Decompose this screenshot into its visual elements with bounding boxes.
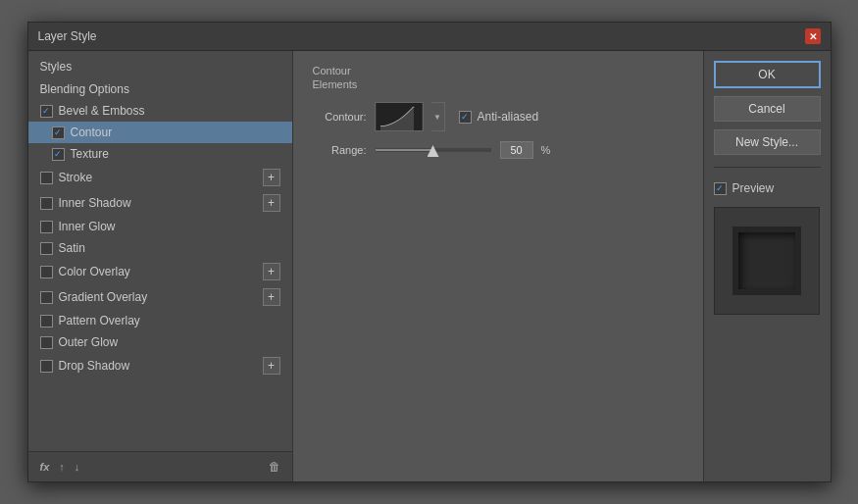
contour-checkbox[interactable] bbox=[52, 126, 65, 139]
dialog-title: Layer Style bbox=[38, 29, 97, 43]
stroke-label: Stroke bbox=[59, 171, 93, 184]
contour-label: Contour bbox=[71, 126, 113, 139]
color-overlay-checkbox[interactable] bbox=[40, 266, 53, 278]
sidebar-item-stroke[interactable]: Stroke + bbox=[28, 165, 292, 190]
contour-section-title: Contour bbox=[313, 65, 683, 76]
blending-label: Blending Options bbox=[40, 82, 129, 96]
outer-glow-checkbox[interactable] bbox=[40, 336, 53, 349]
sidebar-item-satin[interactable]: Satin bbox=[28, 237, 292, 259]
contour-subsection: Elements bbox=[313, 78, 683, 90]
gradient-overlay-add-button[interactable]: + bbox=[263, 288, 280, 306]
delete-icon[interactable]: 🗑 bbox=[269, 460, 280, 474]
layer-style-dialog: Layer Style ✕ Styles Blending Options Be… bbox=[27, 22, 832, 482]
anti-alias-row: Anti-aliased bbox=[459, 110, 539, 124]
contour-dropdown-arrow[interactable]: ▼ bbox=[431, 102, 445, 131]
pattern-overlay-checkbox[interactable] bbox=[40, 315, 53, 328]
bevel-checkbox[interactable] bbox=[40, 105, 53, 118]
preview-check-row: Preview bbox=[714, 181, 821, 195]
stroke-add-button[interactable]: + bbox=[263, 169, 280, 186]
color-overlay-label: Color Overlay bbox=[59, 265, 130, 278]
inner-glow-label: Inner Glow bbox=[59, 220, 116, 233]
close-button[interactable]: ✕ bbox=[805, 28, 821, 44]
contour-row: Contour: ▼ Anti-aliased bbox=[313, 102, 683, 131]
preview-label: Preview bbox=[732, 181, 775, 195]
outer-glow-label: Outer Glow bbox=[59, 335, 119, 349]
range-thumb[interactable] bbox=[428, 145, 439, 157]
gradient-overlay-label: Gradient Overlay bbox=[59, 290, 148, 304]
sidebar-item-outer-glow[interactable]: Outer Glow bbox=[28, 331, 292, 353]
inner-shadow-label: Inner Shadow bbox=[59, 196, 131, 210]
drop-shadow-add-button[interactable]: + bbox=[263, 357, 280, 375]
contour-preview[interactable] bbox=[375, 102, 424, 131]
anti-aliased-checkbox[interactable] bbox=[459, 111, 472, 124]
styles-section-header: Styles bbox=[28, 55, 292, 78]
right-panel: OK Cancel New Style... Preview bbox=[703, 51, 831, 481]
move-down-icon[interactable]: ↓ bbox=[75, 461, 80, 473]
range-label: Range: bbox=[313, 144, 367, 156]
dialog-body: Styles Blending Options Bevel & Emboss C… bbox=[28, 51, 831, 481]
layer-style-list: Styles Blending Options Bevel & Emboss C… bbox=[28, 51, 292, 451]
inner-shadow-add-button[interactable]: + bbox=[263, 194, 280, 212]
cancel-button[interactable]: Cancel bbox=[714, 96, 821, 122]
left-panel-footer: fx ↑ ↓ 🗑 bbox=[28, 451, 292, 481]
preview-checkbox[interactable] bbox=[714, 182, 727, 195]
stroke-checkbox[interactable] bbox=[40, 172, 53, 184]
range-slider[interactable] bbox=[375, 147, 492, 153]
sidebar-item-blending[interactable]: Blending Options bbox=[28, 78, 292, 100]
left-panel: Styles Blending Options Bevel & Emboss C… bbox=[28, 51, 293, 481]
pattern-overlay-label: Pattern Overlay bbox=[59, 314, 140, 328]
color-overlay-add-button[interactable]: + bbox=[263, 263, 280, 280]
preview-inner-shape bbox=[732, 227, 801, 295]
contour-field-label: Contour: bbox=[313, 111, 367, 123]
new-style-button[interactable]: New Style... bbox=[714, 129, 821, 155]
sidebar-item-pattern-overlay[interactable]: Pattern Overlay bbox=[28, 310, 292, 331]
drop-shadow-label: Drop Shadow bbox=[59, 359, 130, 373]
sidebar-item-contour[interactable]: Contour bbox=[28, 122, 292, 143]
drop-shadow-checkbox[interactable] bbox=[40, 360, 53, 373]
anti-aliased-label: Anti-aliased bbox=[478, 110, 539, 124]
bevel-label: Bevel & Emboss bbox=[59, 104, 145, 118]
satin-checkbox[interactable] bbox=[40, 242, 53, 255]
title-bar: Layer Style ✕ bbox=[28, 23, 831, 51]
ok-button[interactable]: OK bbox=[714, 61, 821, 88]
sidebar-item-inner-shadow[interactable]: Inner Shadow + bbox=[28, 190, 292, 216]
sidebar-item-inner-glow[interactable]: Inner Glow bbox=[28, 216, 292, 237]
inner-shadow-checkbox[interactable] bbox=[40, 197, 53, 210]
sidebar-item-texture[interactable]: Texture bbox=[28, 143, 292, 165]
divider bbox=[714, 167, 821, 168]
texture-checkbox[interactable] bbox=[52, 148, 65, 161]
center-panel: Contour Elements Contour: ▼ Anti-aliased bbox=[293, 51, 703, 481]
texture-label: Texture bbox=[71, 147, 109, 161]
sidebar-item-bevel[interactable]: Bevel & Emboss bbox=[28, 100, 292, 122]
satin-label: Satin bbox=[59, 241, 85, 255]
sidebar-item-gradient-overlay[interactable]: Gradient Overlay + bbox=[28, 284, 292, 310]
range-value-input[interactable] bbox=[500, 141, 533, 159]
sidebar-item-drop-shadow[interactable]: Drop Shadow + bbox=[28, 353, 292, 378]
sidebar-item-color-overlay[interactable]: Color Overlay + bbox=[28, 259, 292, 284]
fx-icon[interactable]: fx bbox=[40, 461, 50, 473]
range-fill bbox=[376, 149, 433, 151]
range-row: Range: % bbox=[313, 141, 683, 159]
move-up-icon[interactable]: ↑ bbox=[59, 461, 65, 473]
inner-glow-checkbox[interactable] bbox=[40, 221, 53, 233]
preview-box bbox=[714, 207, 820, 315]
gradient-overlay-checkbox[interactable] bbox=[40, 291, 53, 304]
range-unit: % bbox=[541, 144, 551, 156]
